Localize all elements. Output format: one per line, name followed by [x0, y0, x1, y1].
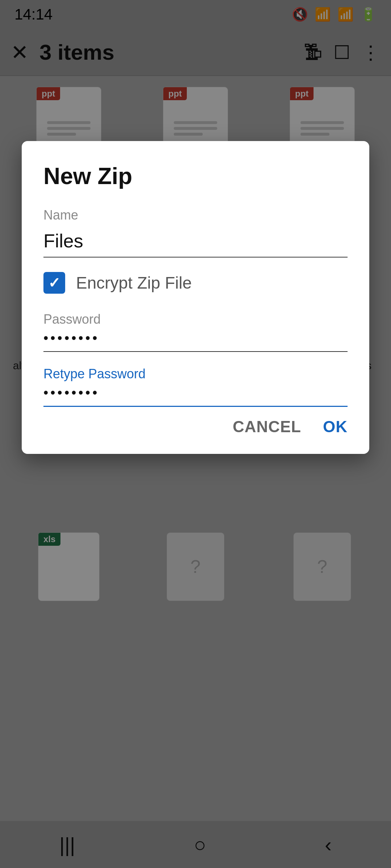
dialog-buttons: CANCEL OK	[43, 418, 348, 436]
cancel-button[interactable]: CANCEL	[233, 418, 301, 436]
name-field-label: Name	[43, 208, 348, 223]
checkmark-icon: ✓	[48, 275, 60, 291]
encrypt-label: Encrypt Zip File	[76, 273, 192, 293]
ok-button[interactable]: OK	[323, 418, 348, 436]
retype-password-dots: ••••••••	[43, 385, 99, 400]
password-dots: ••••••••	[43, 331, 99, 346]
retype-password-label: Retype Password	[43, 366, 348, 382]
dialog-title: New Zip	[43, 163, 348, 190]
encrypt-checkbox[interactable]: ✓	[43, 272, 65, 294]
new-zip-dialog: New Zip Name ✓ Encrypt Zip File Password…	[22, 141, 369, 454]
password-field-label: Password	[43, 312, 348, 327]
name-input[interactable]	[43, 226, 348, 258]
encrypt-row: ✓ Encrypt Zip File	[43, 272, 348, 294]
